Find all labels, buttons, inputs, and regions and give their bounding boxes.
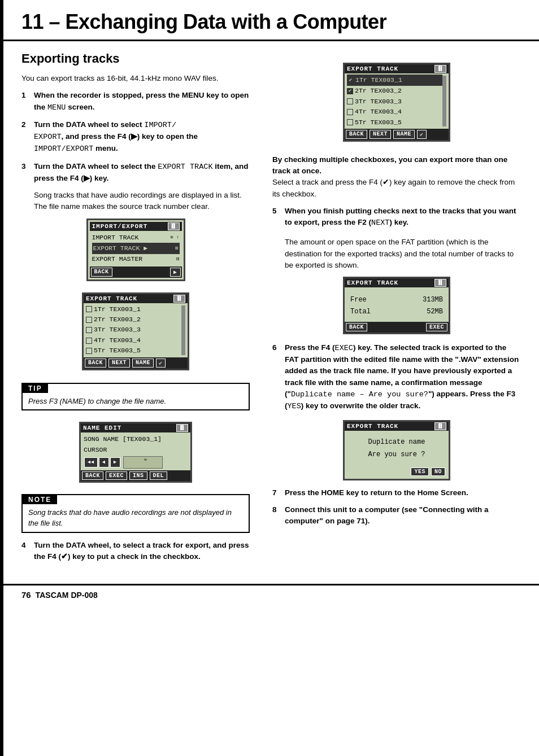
check-btn-2[interactable]: ✔: [417, 130, 427, 139]
checked-row-3-track: 3Tr TEX003_3: [355, 97, 402, 107]
tip-content: Press F3 (NAME) to change the file name.: [23, 393, 249, 410]
export-track-unchecked-body: 1Tr TEX003_1 2Tr TEX003_2 3Tr TEX003_3: [84, 303, 188, 357]
total-label: Total: [350, 306, 371, 317]
checked-row-4-track: 4Tr TEX003_4: [355, 107, 402, 117]
battery-icon: ▐▌: [168, 222, 180, 230]
checked-row-4: 4Tr TEX003_4: [347, 107, 442, 117]
step-3-cont: Song tracks that have audio recordings a…: [34, 190, 250, 213]
exec-btn-2[interactable]: EXEC: [426, 323, 447, 331]
name-edit-row-2: CURSOR: [84, 445, 188, 455]
import-export-btn-bar: BACK ▶: [90, 266, 182, 278]
row-3-track: 3Tr TEX003_3: [94, 325, 141, 335]
next-btn-1[interactable]: NEXT: [108, 359, 130, 368]
no-btn[interactable]: NO: [431, 467, 445, 476]
export-row-3: 3Tr TEX003_3: [86, 325, 181, 335]
tip-label: TIP: [23, 384, 48, 393]
check-btn-1[interactable]: ✔: [156, 359, 166, 368]
left-border: [0, 0, 3, 756]
row-2-track: 2Tr TEX003_2: [94, 314, 141, 325]
step-num-6: 6: [272, 342, 282, 413]
back-btn-3[interactable]: BACK: [82, 471, 103, 480]
play-btn[interactable]: ▶: [170, 268, 181, 277]
prev-btn[interactable]: ◄: [99, 457, 109, 467]
export-track-label: EXPORT TRACK ▶: [93, 243, 148, 254]
export-track-checked-screen-wrap: EXPORT TRACK ▐▌ ✔ 1Tr TEX003_1 ✔ 2Tr TEX…: [272, 57, 521, 147]
back-btn-4[interactable]: BACK: [346, 130, 367, 139]
import-export-title-bar: IMPORT/EXPORT ▐▌: [90, 222, 182, 231]
page-title: 11 – Exchanging Data with a Computer: [21, 10, 521, 34]
page-footer: 76 TASCAM DP-008: [3, 584, 539, 604]
battery-icon-3: ▐▌: [176, 424, 188, 432]
fwd-btn[interactable]: ►: [110, 457, 120, 467]
export-master-label: EXPORT MASTER: [92, 254, 143, 264]
step-1: 1 When the recorder is stopped, press th…: [21, 90, 250, 113]
del-btn[interactable]: DEL: [150, 471, 168, 480]
ins-btn[interactable]: INS: [129, 471, 147, 480]
export-track-unchecked-screen: EXPORT TRACK ▐▌ 1Tr TEX003_1 2Tr TEX003_…: [82, 292, 189, 370]
exec-btn-1[interactable]: EXEC: [106, 471, 127, 480]
checked-row-1-track: 1Tr TEX003_1: [355, 75, 402, 85]
back-btn-1[interactable]: BACK: [91, 268, 112, 277]
duplicate-title-bar: EXPORT TRACK ▐▌: [345, 422, 449, 431]
import-export-row-2-highlighted: EXPORT TRACK ▶ ⊞: [92, 243, 180, 254]
battery-icon-6: ▐▌: [434, 422, 446, 430]
step-4: 4 Turn the DATA wheel, to select a track…: [21, 540, 250, 563]
checkbox-4[interactable]: [86, 338, 92, 344]
step-text-4: Turn the DATA wheel, to select a track f…: [34, 540, 250, 563]
yes-btn[interactable]: YES: [411, 467, 429, 476]
btn-spacer-1: [114, 266, 169, 278]
page-header: 11 – Exchanging Data with a Computer: [3, 0, 539, 41]
checked-row-5-track: 5Tr TEX003_5: [355, 117, 402, 128]
checkbox-8[interactable]: [347, 119, 353, 125]
next-btn-2[interactable]: NEXT: [370, 130, 391, 139]
btn-spacer-2: [368, 322, 425, 333]
checked-checkbox-2[interactable]: ✔: [347, 88, 353, 94]
step-5-cont: The amount or open space on the FAT part…: [285, 237, 521, 271]
note-content: Song tracks that do have audio recording…: [23, 504, 249, 532]
row-1-track: 1Tr TEX003_1: [94, 304, 141, 314]
export-track-checked-rows: ✔ 1Tr TEX003_1 ✔ 2Tr TEX003_2 3Tr TEX003…: [347, 75, 442, 128]
import-export-screen: IMPORT/EXPORT ▐▌ IMPORT TRACK ≡ ↑ EXPORT…: [86, 219, 185, 281]
export-track-checked-btns: BACK NEXT NAME ✔: [345, 129, 449, 140]
export-track-unchecked-btns: BACK NEXT NAME ✔: [84, 357, 188, 369]
duplicate-title-text: EXPORT TRACK: [347, 423, 398, 430]
import-export-body: IMPORT TRACK ≡ ↑ EXPORT TRACK ▶ ⊞ EXPORT…: [90, 231, 182, 266]
note-label: NOTE: [23, 495, 57, 504]
export-track-checked-title-text: EXPORT TRACK: [347, 65, 398, 72]
step-2: 2 Turn the DATA wheel to select IMPORT/E…: [21, 119, 250, 155]
select-track-text: Select a track and press the F4 (✔) key …: [272, 178, 515, 198]
free-total-title-text: EXPORT TRACK: [347, 279, 398, 286]
name-edit-title-text: NAME EDIT: [83, 425, 121, 431]
step-text-3: Turn the DATA wheel to select the EXPORT…: [34, 161, 250, 185]
step-num-2: 2: [21, 119, 32, 155]
checkbox-1[interactable]: [86, 306, 92, 312]
step-num-1: 1: [21, 90, 32, 113]
checkbox-6[interactable]: [347, 98, 353, 104]
step-6: 6 Press the F4 (EXEC) key. The selected …: [272, 342, 521, 413]
section-title: Exporting tracks: [21, 51, 250, 68]
checkbox-5[interactable]: [86, 348, 92, 354]
checked-row-2: ✔ 2Tr TEX003_2: [347, 86, 442, 96]
song-name-label: SONG NAME [TEX003_1]: [84, 434, 162, 444]
checkbox-2[interactable]: [86, 317, 92, 323]
import-track-label: IMPORT TRACK: [92, 233, 139, 243]
by-checking-text: By checking multiple checkboxes, you can…: [272, 154, 521, 200]
export-row-4: 4Tr TEX003_4: [86, 335, 181, 346]
back-btn-2[interactable]: BACK: [85, 359, 106, 368]
import-export-row-1: IMPORT TRACK ≡ ↑: [92, 233, 180, 243]
checkbox-3[interactable]: [86, 327, 92, 333]
name-btn-2[interactable]: NAME: [393, 130, 415, 139]
step-num-7: 7: [272, 487, 282, 499]
free-total-screen: EXPORT TRACK ▐▌ Free 313MB Total 52MB BA…: [343, 277, 450, 334]
checked-row-3: 3Tr TEX003_3: [347, 97, 442, 107]
checked-checkbox-1[interactable]: ✔: [347, 77, 354, 84]
name-btn-1[interactable]: NAME: [132, 359, 154, 368]
back-btn-5[interactable]: BACK: [346, 323, 367, 331]
step-5: 5 When you finish putting checks next to…: [272, 206, 521, 229]
section-intro: You can export tracks as 16-bit, 44.1-kH…: [21, 73, 250, 84]
checkbox-7[interactable]: [347, 109, 353, 115]
scrollbar-1: [181, 305, 185, 355]
rewind-btn[interactable]: ◄◄: [84, 457, 98, 467]
checked-row-1: ✔ 1Tr TEX003_1: [347, 75, 442, 86]
export-track-checked-screen: EXPORT TRACK ▐▌ ✔ 1Tr TEX003_1 ✔ 2Tr TEX…: [343, 63, 450, 142]
